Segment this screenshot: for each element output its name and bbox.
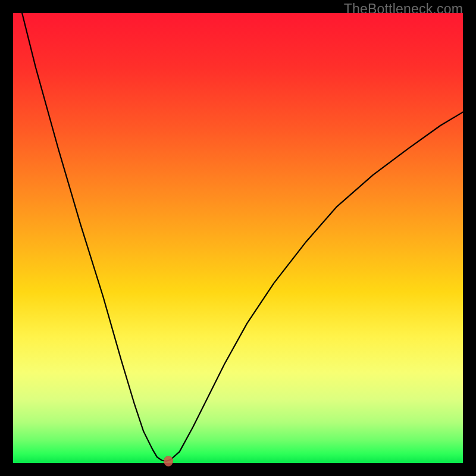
minimum-marker xyxy=(164,456,173,466)
plot-area xyxy=(13,13,463,463)
bottleneck-curve-path xyxy=(22,13,463,461)
chart-frame: TheBottleneck.com xyxy=(0,0,476,476)
curve-svg xyxy=(13,13,463,463)
